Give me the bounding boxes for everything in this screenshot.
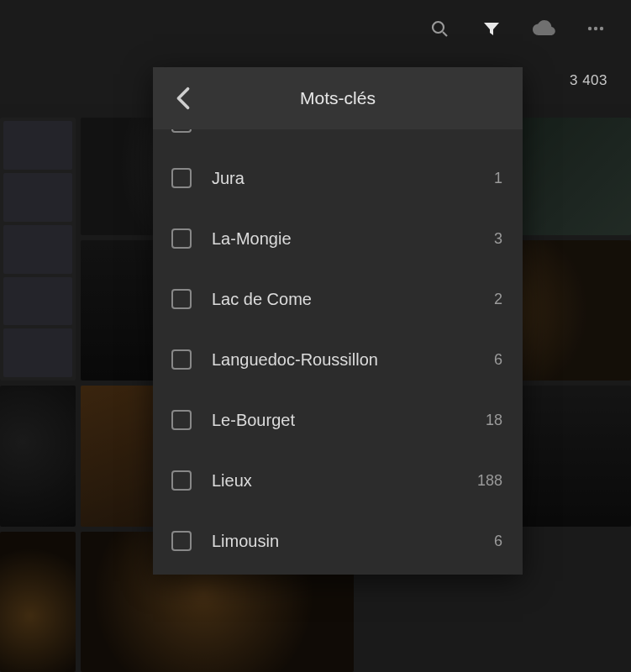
checkbox[interactable]: [171, 410, 192, 430]
svg-point-3: [594, 27, 597, 30]
keyword-label: Languedoc-Roussillon: [212, 350, 494, 370]
keyword-label: Jura: [212, 169, 494, 188]
panel-header: Mots-clés: [153, 67, 523, 129]
list-item[interactable]: La-Mongie 3: [153, 208, 523, 269]
total-count: 3 403: [570, 72, 607, 89]
cloud-icon[interactable]: [532, 17, 555, 40]
keywords-panel: Mots-clés Italie 91 Jura 1 La-Mongie 3 L…: [153, 67, 523, 575]
keywords-list[interactable]: Italie 91 Jura 1 La-Mongie 3 Lac de Come…: [153, 129, 523, 575]
keyword-label: Italie: [212, 129, 486, 132]
svg-point-2: [588, 27, 592, 30]
top-bar: [0, 0, 631, 57]
list-item[interactable]: Languedoc-Roussillon 6: [153, 329, 523, 390]
list-item[interactable]: Italie 91: [153, 129, 523, 148]
list-item[interactable]: Jura 1: [153, 148, 523, 208]
keyword-label: Le-Bourget: [212, 411, 486, 430]
panel-title: Mots-clés: [153, 88, 523, 108]
keyword-count: 3: [494, 230, 502, 248]
keyword-count: 6: [494, 533, 502, 550]
search-icon[interactable]: [428, 17, 451, 40]
list-item[interactable]: Limousin 6: [153, 511, 523, 571]
svg-line-1: [443, 32, 447, 36]
more-icon[interactable]: [584, 17, 607, 40]
keyword-count: 188: [477, 472, 502, 490]
checkbox[interactable]: [171, 228, 192, 249]
keyword-count: 1: [494, 170, 502, 187]
keyword-count: 91: [486, 129, 502, 130]
svg-point-4: [600, 27, 603, 30]
checkbox[interactable]: [171, 531, 192, 551]
list-item[interactable]: Lac de Come 2: [153, 269, 523, 329]
keyword-label: Limousin: [212, 532, 494, 551]
checkbox[interactable]: [171, 470, 192, 491]
svg-point-0: [433, 22, 444, 33]
keyword-label: La-Mongie: [212, 229, 494, 249]
keyword-label: Lac de Come: [212, 290, 494, 309]
checkbox[interactable]: [171, 349, 192, 370]
keyword-count: 18: [486, 412, 502, 429]
checkbox[interactable]: [171, 168, 192, 188]
back-button[interactable]: [168, 83, 198, 113]
thumb-strip: [0, 118, 76, 381]
filter-icon[interactable]: [480, 17, 503, 40]
checkbox[interactable]: [171, 289, 192, 309]
list-item[interactable]: Le-Bourget 18: [153, 390, 523, 450]
keyword-count: 6: [494, 351, 502, 369]
list-item[interactable]: Lieux 188: [153, 450, 523, 511]
checkbox[interactable]: [171, 129, 192, 133]
keyword-label: Lieux: [212, 471, 477, 491]
keyword-count: 2: [494, 291, 502, 308]
